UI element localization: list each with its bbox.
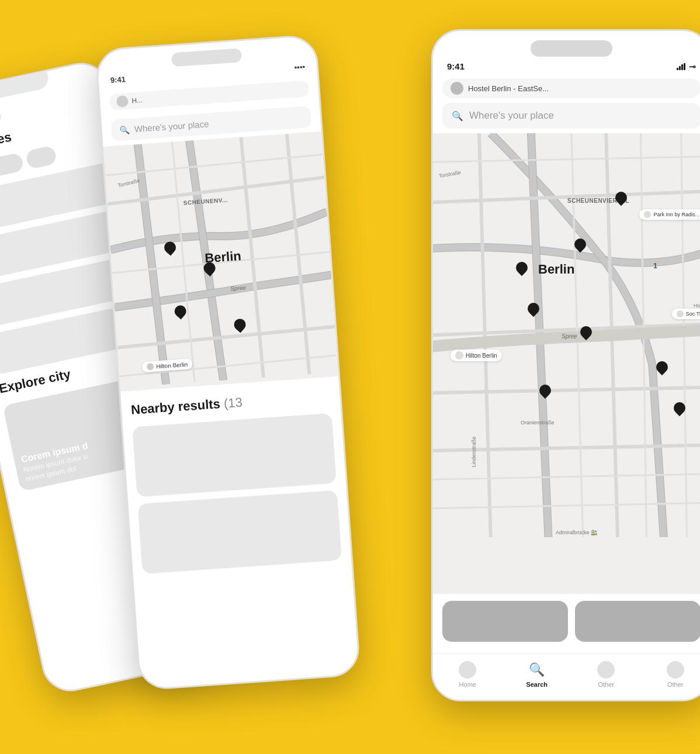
map-pin-5-right — [579, 326, 593, 343]
search-bar-right[interactable]: 🔍 Where's your place — [442, 103, 700, 129]
search-label: Search — [526, 681, 547, 688]
other-icon-1 — [597, 661, 615, 679]
map-pin-2-middle — [202, 262, 217, 279]
phone-middle: 9:41 ▪▪▪▪ H... 🔍 Where's your place — [95, 34, 361, 691]
signal-icon-middle: ▪▪▪▪ — [294, 63, 305, 72]
park-inn-label: Park Inn by Radis... — [639, 209, 700, 220]
overlay-card-2[interactable] — [575, 601, 700, 642]
result-card-1[interactable] — [132, 413, 337, 497]
time-right: 9:41 — [447, 61, 465, 71]
notch-pill-right — [531, 40, 612, 57]
results-section: Nearby results (13 — [120, 376, 351, 575]
results-title: Nearby results (13 — [130, 389, 331, 418]
map-number-1: 1 — [653, 262, 657, 270]
admiralbrucke-label: Admiralbrücke 🚉 — [556, 530, 597, 535]
map-pin-1-right — [614, 192, 628, 208]
hostel-name-right: Hostel Berlin - EastSe... — [468, 84, 549, 93]
map-pin-3-right — [573, 238, 587, 255]
bottom-nav: Home 🔍 Search Other Other — [433, 653, 700, 700]
map-pin-6-right — [538, 385, 552, 401]
status-bar-right: 9:41 ⊸ — [433, 59, 700, 76]
other-label-1: Other — [598, 681, 614, 688]
spree-label-right: Spree — [562, 333, 577, 340]
berlin-label-right: Berlin — [538, 262, 574, 277]
notch-right — [433, 31, 700, 59]
status-icons-middle: ▪▪▪▪ — [294, 63, 305, 72]
overlay-cards — [442, 601, 700, 642]
bottom-section — [433, 594, 700, 653]
map-pin-4-middle — [233, 319, 248, 336]
result-card-2[interactable] — [138, 490, 342, 575]
overlay-card-1[interactable] — [442, 601, 568, 642]
map-pin-3-middle — [173, 305, 188, 323]
status-icons-right: ⊸ — [677, 62, 696, 71]
the-soc-label: Soc The — [672, 309, 700, 319]
filter-pill-small[interactable] — [25, 145, 58, 170]
search-nav-icon: 🔍 — [528, 661, 546, 679]
time-pill-left — [0, 110, 2, 133]
map-area-right: Torstraße SCHEUNENVIERTEL Berlin Spree O… — [433, 133, 700, 594]
notch-pill-middle — [171, 48, 242, 67]
search-icon-middle: 🔍 — [119, 124, 130, 134]
spree-label-middle: Spree — [230, 285, 246, 292]
lindenstrasse-label: Lindenstraße — [471, 437, 477, 468]
other-label-2: Other — [667, 681, 684, 688]
hostel-icon-right — [451, 82, 463, 95]
nav-search[interactable]: 🔍 Search — [503, 661, 572, 688]
map-pin-4-right — [526, 303, 540, 319]
phone-right: 9:41 ⊸ Hostel Berlin - EastSe... 🔍 Where… — [431, 29, 700, 701]
nav-home[interactable]: Home — [433, 661, 503, 688]
map-pin-2-right — [515, 262, 529, 278]
search-placeholder-middle: Where's your place — [134, 119, 209, 134]
map-pin-1-middle — [162, 241, 178, 259]
home-label: Home — [459, 681, 476, 688]
home-icon — [459, 661, 476, 679]
nav-other-2[interactable]: Other — [641, 661, 701, 688]
hilton-label-right: Hilton Berlin — [451, 350, 502, 361]
oranienstrasse-label: Oranienstraße — [521, 420, 555, 426]
header-hostel-right[interactable]: Hostel Berlin - EastSe... — [442, 78, 700, 98]
nav-other-1[interactable]: Other — [571, 661, 641, 688]
holz-label: Holz — [694, 303, 700, 309]
hostel-text-middle: H... — [131, 96, 143, 105]
time-middle: 9:41 — [110, 75, 126, 85]
map-pin-7-right — [655, 361, 669, 378]
map-pin-8-right — [673, 402, 687, 418]
wifi-icon-right: ⊸ — [689, 62, 696, 71]
search-placeholder-right: Where's your place — [469, 110, 554, 122]
results-count: (13 — [223, 395, 242, 410]
map-area-middle: Torstraße SCHEUNENV... Berlin Spree Hilt… — [103, 132, 338, 392]
search-icon-right: 🔍 — [452, 110, 463, 122]
hostel-icon-middle — [116, 95, 129, 108]
other-icon-2 — [667, 661, 684, 679]
signal-icon-right — [677, 63, 685, 70]
